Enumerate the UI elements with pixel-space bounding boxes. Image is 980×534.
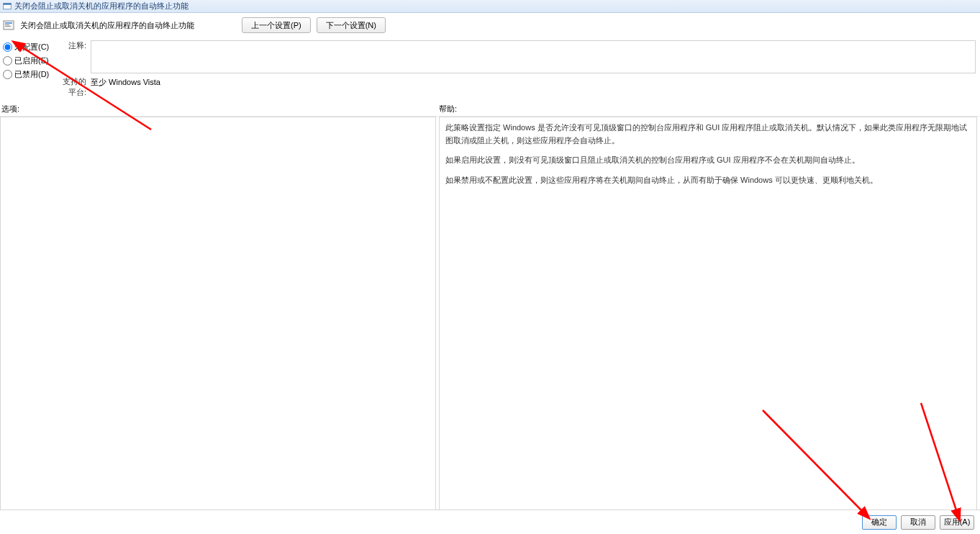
radio-not-configured[interactable]: 未配置(C) xyxy=(3,42,49,53)
comment-textbox[interactable] xyxy=(91,40,976,73)
header-row: 关闭会阻止或取消关机的应用程序的自动终止功能 上一个设置(P) 下一个设置(N) xyxy=(0,13,980,37)
footer: 确定 取消 应用(A) xyxy=(0,510,980,534)
help-paragraph-1: 此策略设置指定 Windows 是否允许没有可见顶级窗口的控制台应用程序和 GU… xyxy=(445,122,971,147)
radio-enabled-label: 已启用(E) xyxy=(14,55,49,66)
svg-rect-5 xyxy=(5,26,11,27)
radio-not-configured-input[interactable] xyxy=(3,42,12,52)
config-area: 未配置(C) 已启用(E) 已禁用(D) 注释: 支持的平台: 至少 Windo… xyxy=(0,37,980,102)
comment-label: 注释: xyxy=(56,40,91,51)
svg-rect-3 xyxy=(5,22,12,24)
help-pane: 此策略设置指定 Windows 是否允许没有可见顶级窗口的控制台应用程序和 GU… xyxy=(439,117,977,520)
panel-labels: 选项: 帮助: xyxy=(0,102,980,117)
help-label: 帮助: xyxy=(439,104,980,114)
radio-disabled-input[interactable] xyxy=(3,70,12,79)
prev-setting-button[interactable]: 上一个设置(P) xyxy=(242,17,311,33)
policy-icon xyxy=(3,19,14,31)
apply-button[interactable]: 应用(A) xyxy=(940,515,974,530)
radio-enabled-input[interactable] xyxy=(3,56,12,65)
content-row: 此策略设置指定 Windows 是否允许没有可见顶级窗口的控制台应用程序和 GU… xyxy=(0,117,980,520)
radio-disabled-label: 已禁用(D) xyxy=(14,69,49,80)
next-setting-button[interactable]: 下一个设置(N) xyxy=(317,17,386,33)
svg-rect-1 xyxy=(4,3,12,4)
policy-title: 关闭会阻止或取消关机的应用程序的自动终止功能 xyxy=(20,20,209,31)
platform-value: 至少 Windows Vista xyxy=(91,76,160,88)
comment-row: 注释: xyxy=(56,39,980,75)
options-pane xyxy=(0,117,436,520)
window-title: 关闭会阻止或取消关机的应用程序的自动终止功能 xyxy=(14,1,189,12)
platform-label: 支持的平台: xyxy=(56,76,91,98)
radio-column: 未配置(C) 已启用(E) 已禁用(D) xyxy=(3,39,49,99)
platform-row: 支持的平台: 至少 Windows Vista xyxy=(56,75,980,99)
radio-disabled[interactable]: 已禁用(D) xyxy=(3,69,49,80)
radio-not-configured-label: 未配置(C) xyxy=(14,42,49,53)
help-paragraph-2: 如果启用此设置，则没有可见顶级窗口且阻止或取消关机的控制台应用程序或 GUI 应… xyxy=(445,154,971,167)
options-label: 选项: xyxy=(1,104,439,114)
info-column: 注释: 支持的平台: 至少 Windows Vista xyxy=(56,39,980,99)
ok-button[interactable]: 确定 xyxy=(862,515,897,530)
cancel-button[interactable]: 取消 xyxy=(901,515,935,530)
help-paragraph-3: 如果禁用或不配置此设置，则这些应用程序将在关机期间自动终止，从而有助于确保 Wi… xyxy=(445,174,971,187)
titlebar: 关闭会阻止或取消关机的应用程序的自动终止功能 xyxy=(0,0,980,13)
svg-rect-4 xyxy=(5,24,9,25)
window-icon xyxy=(3,2,12,11)
radio-enabled[interactable]: 已启用(E) xyxy=(3,55,49,66)
